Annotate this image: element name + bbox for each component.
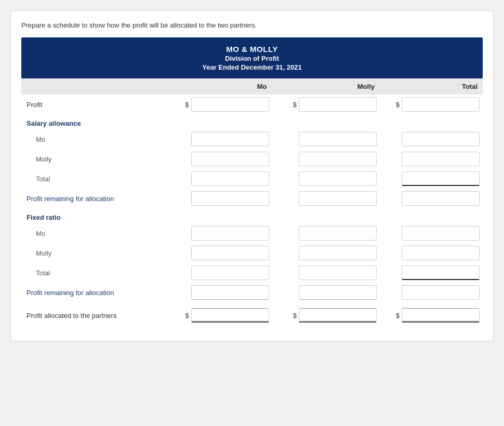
fixed-total-total-input[interactable] <box>402 265 480 280</box>
instruction-text: Prepare a schedule to show how the profi… <box>21 21 483 29</box>
col-header-label <box>21 78 164 95</box>
fixed-ratio-label: Fixed ratio <box>21 208 164 223</box>
profit-remaining-1-label: Profit remaining for allocation <box>21 189 164 208</box>
fixed-total-mo-cell <box>164 263 272 283</box>
fixed-total-molly-input[interactable] <box>299 265 377 280</box>
fixed-total-total-cell <box>380 263 483 283</box>
dollar-sign: $ <box>396 101 400 109</box>
salary-mo-total-cell <box>380 129 483 149</box>
profit-mo-input[interactable] <box>191 97 269 112</box>
profit-row: Profit $ $ $ <box>21 95 483 114</box>
profit-remaining-2-total-input[interactable] <box>402 285 480 300</box>
profit-remaining-1-molly-input[interactable] <box>299 191 377 206</box>
fixed-total-label: Total <box>21 263 164 283</box>
fixed-total-row: Total <box>21 263 483 283</box>
fixed-mo-total-cell <box>380 223 483 243</box>
profit-allocated-total-cell: $ <box>380 305 483 325</box>
fixed-molly-molly-input[interactable] <box>299 246 377 260</box>
profit-allocated-total-input[interactable] <box>402 308 480 323</box>
profit-allocated-molly-cell: $ <box>272 305 380 325</box>
dollar-sign: $ <box>293 312 297 320</box>
salary-molly-total-cell <box>380 149 483 169</box>
company-name: MO & MOLLY <box>26 45 478 54</box>
fixed-molly-row: Molly <box>21 243 483 263</box>
fixed-molly-mo-cell <box>164 243 272 263</box>
fixed-mo-label: Mo <box>21 223 164 243</box>
profit-total-cell: $ <box>380 95 483 114</box>
fixed-mo-molly-input[interactable] <box>299 226 377 241</box>
profit-label: Profit <box>21 95 164 114</box>
profit-remaining-1-total-cell <box>380 189 483 208</box>
salary-total-label: Total <box>21 169 164 189</box>
main-card: Prepare a schedule to show how the profi… <box>10 10 494 341</box>
profit-remaining-1-mo-cell <box>164 189 272 208</box>
dollar-sign: $ <box>185 101 189 109</box>
salary-mo-mo-cell <box>164 129 272 149</box>
salary-mo-total-input[interactable] <box>402 132 480 147</box>
profit-remaining-2-row: Profit remaining for allocation <box>21 283 483 302</box>
salary-total-total-cell <box>380 169 483 189</box>
profit-remaining-1-molly-cell <box>272 189 380 208</box>
profit-allocated-mo-cell: $ <box>164 305 272 325</box>
profit-mo-cell: $ <box>164 95 272 114</box>
profit-remaining-1-mo-input[interactable] <box>191 191 269 206</box>
salary-molly-total-input[interactable] <box>402 152 480 166</box>
salary-molly-molly-cell <box>272 149 380 169</box>
salary-allowance-label: Salary allowance <box>21 114 164 129</box>
dollar-sign: $ <box>185 312 189 320</box>
profit-allocated-label: Profit allocated to the partners <box>21 305 164 325</box>
fixed-ratio-row: Fixed ratio <box>21 208 483 223</box>
profit-allocated-mo-input[interactable] <box>191 308 269 323</box>
profit-molly-input[interactable] <box>299 97 377 112</box>
profit-allocated-row: Profit allocated to the partners $ $ $ <box>21 305 483 325</box>
profit-allocated-molly-input[interactable] <box>299 308 377 323</box>
dollar-sign: $ <box>293 101 297 109</box>
salary-mo-mo-input[interactable] <box>191 132 269 147</box>
fixed-molly-total-input[interactable] <box>402 246 480 260</box>
salary-molly-row: Molly <box>21 149 483 169</box>
col-header-molly: Molly <box>272 78 380 95</box>
fixed-mo-molly-cell <box>272 223 380 243</box>
salary-mo-label: Mo <box>21 129 164 149</box>
salary-molly-label: Molly <box>21 149 164 169</box>
profit-molly-cell: $ <box>272 95 380 114</box>
period-text: Year Ended December 31, 2021 <box>26 63 478 71</box>
fixed-total-molly-cell <box>272 263 380 283</box>
profit-remaining-2-molly-cell <box>272 283 380 302</box>
profit-remaining-1-total-input[interactable] <box>402 191 480 206</box>
salary-total-molly-cell <box>272 169 380 189</box>
fixed-molly-label: Molly <box>21 243 164 263</box>
salary-allowance-row: Salary allowance <box>21 114 483 129</box>
profit-remaining-2-mo-cell <box>164 283 272 302</box>
salary-mo-row: Mo <box>21 129 483 149</box>
salary-total-row: Total <box>21 169 483 189</box>
salary-total-molly-input[interactable] <box>299 171 377 186</box>
fixed-mo-total-input[interactable] <box>402 226 480 241</box>
data-table: Mo Molly Total Profit $ $ <box>21 78 483 325</box>
salary-total-mo-input[interactable] <box>191 171 269 186</box>
col-header-total: Total <box>380 78 483 95</box>
profit-remaining-2-mo-input[interactable] <box>191 285 269 300</box>
salary-total-mo-cell <box>164 169 272 189</box>
dollar-sign: $ <box>396 312 400 320</box>
profit-remaining-1-row: Profit remaining for allocation <box>21 189 483 208</box>
profit-total-input[interactable] <box>402 97 480 112</box>
fixed-molly-mo-input[interactable] <box>191 246 269 260</box>
salary-total-total-input[interactable] <box>402 171 480 186</box>
fixed-mo-mo-cell <box>164 223 272 243</box>
division-title: Division of Profit <box>26 55 478 62</box>
profit-remaining-2-total-cell <box>380 283 483 302</box>
fixed-total-mo-input[interactable] <box>191 265 269 280</box>
salary-molly-mo-input[interactable] <box>191 152 269 166</box>
salary-molly-molly-input[interactable] <box>299 152 377 166</box>
fixed-mo-row: Mo <box>21 223 483 243</box>
fixed-mo-mo-input[interactable] <box>191 226 269 241</box>
column-header-row: Mo Molly Total <box>21 78 483 95</box>
salary-mo-molly-input[interactable] <box>299 132 377 147</box>
col-header-mo: Mo <box>164 78 272 95</box>
profit-remaining-2-molly-input[interactable] <box>299 285 377 300</box>
profit-remaining-2-label: Profit remaining for allocation <box>21 283 164 302</box>
fixed-molly-molly-cell <box>272 243 380 263</box>
table-header: MO & MOLLY Division of Profit Year Ended… <box>21 37 483 78</box>
salary-molly-mo-cell <box>164 149 272 169</box>
